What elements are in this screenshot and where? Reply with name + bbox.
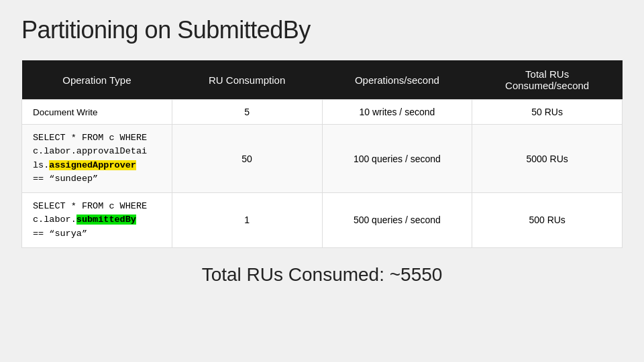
col-header-total: Total RUs Consumed/second bbox=[472, 60, 623, 100]
page-title: Partitioning on SubmittedBy bbox=[21, 16, 623, 44]
ops-cell: 500 queries / second bbox=[322, 193, 472, 248]
highlight-submitted-by: submittedBy bbox=[76, 215, 136, 225]
code-line: ls.assignedApprover bbox=[33, 160, 136, 170]
table-header-row: Operation Type RU Consumption Operations… bbox=[22, 60, 623, 100]
highlight-approver: assignedApprover bbox=[49, 160, 136, 170]
table-row: SELECT * FROM c WHERE c.labor.submittedB… bbox=[22, 193, 623, 248]
ops-cell: 100 queries / second bbox=[322, 125, 472, 193]
operation-cell-code: SELECT * FROM c WHERE c.labor.approvalDe… bbox=[22, 125, 172, 193]
col-header-ru: RU Consumption bbox=[172, 60, 322, 100]
ru-cell: 1 bbox=[172, 193, 322, 248]
ru-cell: 5 bbox=[172, 100, 322, 125]
col-header-ops: Operations/second bbox=[322, 60, 472, 100]
ru-cell: 50 bbox=[172, 125, 322, 193]
total-cell: 50 RUs bbox=[472, 100, 623, 125]
total-cell: 5000 RUs bbox=[472, 125, 623, 193]
table-row: Document Write 5 10 writes / second 50 R… bbox=[22, 100, 623, 125]
operation-cell: Document Write bbox=[22, 100, 172, 125]
table-row: SELECT * FROM c WHERE c.labor.approvalDe… bbox=[22, 125, 623, 193]
total-consumed: Total RUs Consumed: ~5550 bbox=[21, 264, 623, 286]
operation-cell-code: SELECT * FROM c WHERE c.labor.submittedB… bbox=[22, 193, 172, 248]
code-line: == “sundeep” bbox=[33, 174, 98, 184]
code-line: SELECT * FROM c WHERE bbox=[33, 133, 147, 143]
code-line: SELECT * FROM c WHERE bbox=[33, 201, 147, 211]
code-line: == “surya” bbox=[33, 229, 87, 239]
total-cell: 500 RUs bbox=[472, 193, 623, 248]
code-line: c.labor.approvalDetai bbox=[33, 146, 147, 156]
code-line: c.labor.submittedBy bbox=[33, 215, 136, 225]
ops-cell: 10 writes / second bbox=[322, 100, 472, 125]
col-header-operation: Operation Type bbox=[22, 60, 172, 100]
data-table: Operation Type RU Consumption Operations… bbox=[21, 60, 623, 248]
